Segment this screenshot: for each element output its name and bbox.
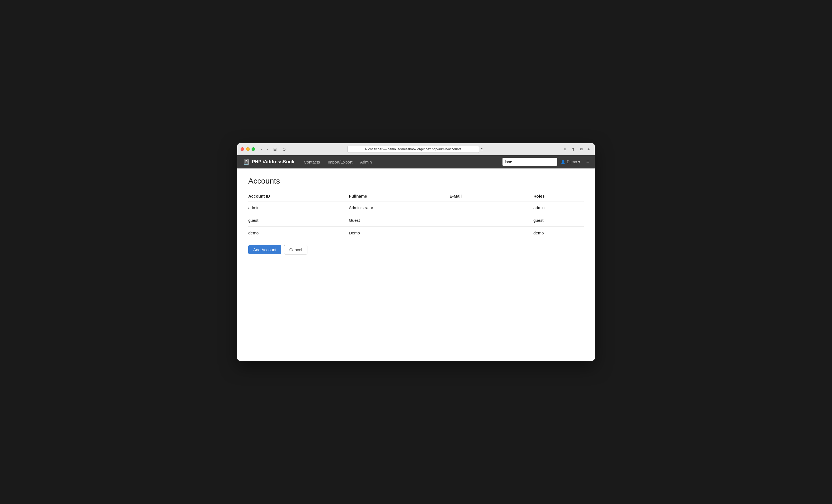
table-row: adminAdministratoradmin	[248, 202, 584, 214]
page-title: Accounts	[248, 177, 584, 185]
table-row: guestGuestguest	[248, 214, 584, 227]
cell-roles: admin	[534, 202, 584, 214]
add-account-button[interactable]: Add Account	[248, 245, 281, 254]
nav-links: Contacts Import/Export Admin	[300, 155, 502, 168]
close-button[interactable]	[240, 147, 244, 151]
hamburger-menu-icon[interactable]: ≡	[586, 159, 589, 165]
cell-account_id: guest	[248, 214, 349, 227]
chevron-down-icon: ▾	[578, 160, 580, 164]
cell-roles: demo	[534, 227, 584, 239]
cell-email	[449, 227, 534, 239]
accounts-table: Account ID Fullname E-Mail Roles adminAd…	[248, 191, 584, 239]
back-button[interactable]: ‹	[260, 145, 264, 153]
nav-link-admin[interactable]: Admin	[356, 155, 376, 168]
forward-button[interactable]: ›	[265, 145, 269, 153]
reload-button[interactable]: ↻	[479, 147, 485, 152]
new-tab-button[interactable]: +	[586, 146, 592, 153]
table-header-row: Account ID Fullname E-Mail Roles	[248, 191, 584, 202]
app-name: PHP iAddressBook	[252, 159, 294, 165]
logo-icon: 📓	[243, 159, 250, 165]
column-header-fullname: Fullname	[349, 191, 449, 202]
app-logo[interactable]: 📓 PHP iAddressBook	[243, 159, 294, 165]
title-bar-right: ⬇ ⬆ ⧉ +	[562, 145, 592, 153]
column-header-email: E-Mail	[449, 191, 534, 202]
traffic-lights	[240, 147, 255, 151]
main-content: Accounts Account ID Fullname E-Mail Role…	[237, 168, 595, 361]
user-label: Demo	[567, 160, 577, 164]
cell-roles: guest	[534, 214, 584, 227]
nav-link-import-export[interactable]: Import/Export	[324, 155, 356, 168]
nav-link-contacts[interactable]: Contacts	[300, 155, 324, 168]
cell-account_id: admin	[248, 202, 349, 214]
share-icon-button[interactable]: ⬆	[570, 146, 577, 153]
column-header-account-id: Account ID	[248, 191, 349, 202]
title-bar: ‹ › ⊟ ⊙ ↻ ⬇ ⬆ ⧉ +	[237, 143, 595, 155]
cell-email	[449, 202, 534, 214]
address-bar[interactable]	[347, 145, 479, 153]
cell-email	[449, 214, 534, 227]
address-bar-container: ↻	[347, 145, 485, 153]
nav-buttons: ‹ ›	[260, 145, 269, 153]
icloud-button[interactable]: ⊙	[281, 145, 288, 153]
user-menu[interactable]: 👤 Demo ▾	[561, 160, 580, 164]
sidebar-toggle-button[interactable]: ⊟	[272, 145, 279, 153]
download-icon-button[interactable]: ⬇	[562, 146, 568, 153]
cancel-button[interactable]: Cancel	[284, 245, 307, 255]
search-input[interactable]	[502, 158, 557, 166]
column-header-roles: Roles	[534, 191, 584, 202]
minimize-button[interactable]	[246, 147, 250, 151]
cell-fullname: Administrator	[349, 202, 449, 214]
cell-fullname: Demo	[349, 227, 449, 239]
user-icon: 👤	[561, 160, 565, 164]
nav-search: 👤 Demo ▾ ≡	[502, 158, 589, 166]
app-navbar: 📓 PHP iAddressBook Contacts Import/Expor…	[237, 155, 595, 168]
table-row: demoDemodemo	[248, 227, 584, 239]
cell-account_id: demo	[248, 227, 349, 239]
maximize-button[interactable]	[252, 147, 255, 151]
actions-row: Add Account Cancel	[248, 245, 584, 255]
cell-fullname: Guest	[349, 214, 449, 227]
tabs-icon-button[interactable]: ⧉	[578, 145, 584, 153]
browser-window: ‹ › ⊟ ⊙ ↻ ⬇ ⬆ ⧉ + 📓 PHP iAddressBook Con…	[237, 143, 595, 361]
